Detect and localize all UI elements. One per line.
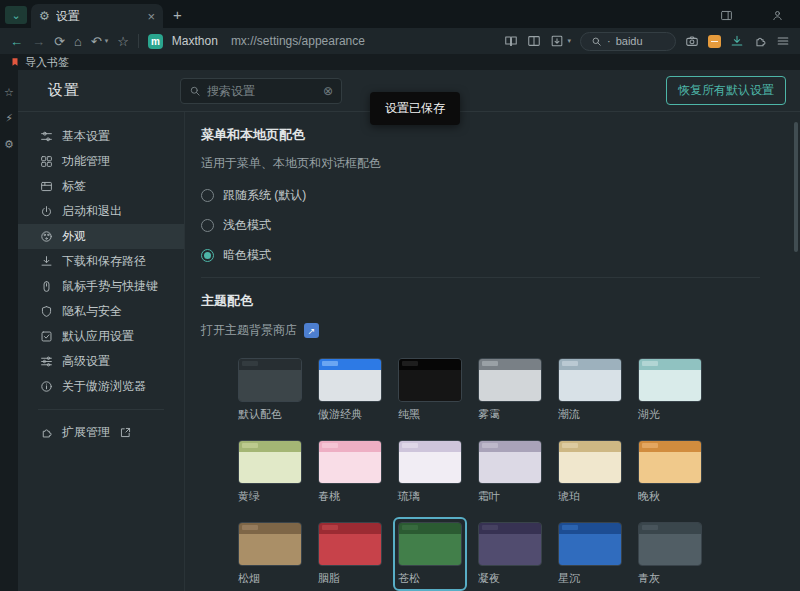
theme-preview bbox=[318, 522, 382, 566]
radio-label: 浅色模式 bbox=[223, 217, 271, 234]
new-tab-button[interactable]: + bbox=[173, 6, 182, 23]
tab-settings[interactable]: ⚙ 设置 × bbox=[31, 4, 163, 28]
sidebar-item-label: 基本设置 bbox=[62, 128, 110, 145]
screenshot-camera-icon[interactable] bbox=[685, 34, 699, 48]
theme-label: 春桃 bbox=[318, 489, 382, 504]
search-engine-label: baidu bbox=[616, 35, 643, 47]
external-link-icon bbox=[119, 426, 132, 439]
maxnote-icon[interactable] bbox=[708, 35, 721, 48]
theme-label: 默认配色 bbox=[238, 407, 302, 422]
theme-preview bbox=[558, 440, 622, 484]
theme-card[interactable]: 雾霭 bbox=[473, 353, 547, 427]
theme-label: 凝夜 bbox=[478, 571, 542, 586]
theme-card[interactable]: 霜叶 bbox=[473, 435, 547, 509]
tab-close-icon[interactable]: × bbox=[147, 9, 155, 24]
theme-card[interactable]: 春桃 bbox=[313, 435, 387, 509]
theme-card[interactable]: 纯黑 bbox=[393, 353, 467, 427]
theme-card[interactable]: 胭脂 bbox=[313, 517, 387, 591]
forward-button[interactable]: → bbox=[32, 35, 45, 48]
download-icon[interactable] bbox=[730, 34, 744, 48]
theme-store-icon[interactable]: ↗ bbox=[304, 323, 319, 338]
import-bookmarks-item[interactable]: 导入书签 bbox=[25, 55, 69, 70]
radio-icon bbox=[201, 189, 214, 202]
sidebar-item-mouse-gestures[interactable]: 鼠标手势与快捷键 bbox=[18, 274, 184, 299]
quick-access-lightning-icon[interactable]: ⚡ bbox=[5, 112, 13, 125]
theme-label: 青灰 bbox=[638, 571, 702, 586]
theme-preview bbox=[638, 358, 702, 402]
section-title-menu-colors: 菜单和本地页配色 bbox=[201, 126, 800, 144]
maxthon-logo[interactable]: m bbox=[148, 34, 163, 49]
main-menu-button[interactable]: ⌄ bbox=[5, 6, 27, 24]
search-dot: · bbox=[607, 35, 611, 47]
workspace-panel-icon[interactable] bbox=[720, 9, 733, 22]
sidebar-item-advanced-settings[interactable]: 高级设置 bbox=[18, 349, 184, 374]
extensions-puzzle-icon[interactable] bbox=[753, 34, 767, 48]
restore-defaults-button[interactable]: 恢复所有默认设置 bbox=[666, 76, 786, 105]
theme-label: 湖光 bbox=[638, 407, 702, 422]
sidebar-item-feature-management[interactable]: 功能管理 bbox=[18, 149, 184, 174]
home-button[interactable]: ⌂ bbox=[74, 35, 82, 48]
undo-closed-tab-button[interactable]: ↶ bbox=[91, 35, 102, 48]
browser-window: ⌄ ⚙ 设置 × + ← → ⟳ ⌂ ↶ ▾ ☆ m Maxthon mx://… bbox=[0, 0, 800, 591]
reader-mode-icon[interactable] bbox=[504, 34, 518, 48]
back-button[interactable]: ← bbox=[10, 35, 23, 48]
radio-icon bbox=[201, 249, 214, 262]
favorites-star-icon[interactable]: ☆ bbox=[4, 86, 14, 99]
shield-icon bbox=[40, 305, 53, 318]
user-profile-icon[interactable] bbox=[771, 9, 784, 22]
sidebar-item-label: 标签 bbox=[62, 178, 86, 195]
clear-search-icon[interactable]: ⊗ bbox=[323, 84, 333, 98]
sidebar-item-extension-management[interactable]: 扩展管理 bbox=[18, 420, 184, 445]
main-menu-lines-icon[interactable] bbox=[776, 34, 790, 48]
radio-label: 跟随系统 (默认) bbox=[223, 187, 306, 204]
theme-label: 松烟 bbox=[238, 571, 302, 586]
theme-label: 琉璃 bbox=[398, 489, 462, 504]
theme-card[interactable]: 松烟 bbox=[233, 517, 307, 591]
theme-card[interactable]: 琥珀 bbox=[553, 435, 627, 509]
radio-light-mode[interactable]: 浅色模式 bbox=[201, 217, 800, 234]
sidebar-item-startup-exit[interactable]: 启动和退出 bbox=[18, 199, 184, 224]
sidebar-item-label: 扩展管理 bbox=[62, 424, 110, 441]
sidebar-item-basic-settings[interactable]: 基本设置 bbox=[18, 124, 184, 149]
tab-title: 设置 bbox=[56, 8, 142, 25]
sidebar-item-label: 下载和保存路径 bbox=[62, 253, 146, 270]
more-tools-chevron-icon[interactable]: ▾ bbox=[567, 37, 571, 45]
split-screen-icon[interactable] bbox=[527, 34, 541, 48]
radio-dark-mode[interactable]: 暗色模式 bbox=[201, 247, 800, 264]
theme-label: 晚秋 bbox=[638, 489, 702, 504]
undo-chevron-icon[interactable]: ▾ bbox=[105, 37, 109, 45]
sidebar-item-appearance[interactable]: 外观 bbox=[18, 224, 184, 249]
theme-card[interactable]: 晚秋 bbox=[633, 435, 707, 509]
theme-card[interactable]: 琉璃 bbox=[393, 435, 467, 509]
radio-follow-system[interactable]: 跟随系统 (默认) bbox=[201, 187, 800, 204]
refresh-button[interactable]: ⟳ bbox=[54, 35, 65, 48]
theme-preview bbox=[398, 440, 462, 484]
settings-search-box[interactable]: ⊗ bbox=[180, 78, 342, 104]
section-title-theme-colors: 主题配色 bbox=[201, 292, 800, 310]
settings-gear-icon[interactable]: ⚙ bbox=[4, 138, 14, 151]
palette-icon bbox=[40, 230, 53, 243]
web-snap-icon[interactable] bbox=[550, 34, 564, 48]
toolbar-search-box[interactable]: · baidu bbox=[580, 32, 676, 51]
theme-card[interactable]: 湖光 bbox=[633, 353, 707, 427]
theme-card[interactable]: 默认配色 bbox=[233, 353, 307, 427]
theme-card[interactable]: 潮流 bbox=[553, 353, 627, 427]
titlebar-right bbox=[720, 9, 800, 28]
theme-card[interactable]: 黄绿 bbox=[233, 435, 307, 509]
theme-card[interactable]: 星沉 bbox=[553, 517, 627, 591]
radio-icon bbox=[201, 219, 214, 232]
sidebar-item-privacy-security[interactable]: 隐私与安全 bbox=[18, 299, 184, 324]
sidebar-item-default-apps[interactable]: 默认应用设置 bbox=[18, 324, 184, 349]
address-url[interactable]: mx://settings/appearance bbox=[231, 34, 365, 48]
theme-store-link[interactable]: 打开主题背景商店 bbox=[201, 322, 297, 339]
theme-card[interactable]: 凝夜 bbox=[473, 517, 547, 591]
favorite-star-icon[interactable]: ☆ bbox=[117, 35, 129, 48]
theme-preview bbox=[558, 358, 622, 402]
settings-search-input[interactable] bbox=[207, 84, 317, 98]
sidebar-item-tabs[interactable]: 标签 bbox=[18, 174, 184, 199]
sidebar-item-download-path[interactable]: 下载和保存路径 bbox=[18, 249, 184, 274]
sidebar-item-about[interactable]: 关于傲游浏览器 bbox=[18, 374, 184, 399]
theme-card-selected[interactable]: 苍松 bbox=[393, 517, 467, 591]
theme-card[interactable]: 傲游经典 bbox=[313, 353, 387, 427]
theme-card[interactable]: 青灰 bbox=[633, 517, 707, 591]
